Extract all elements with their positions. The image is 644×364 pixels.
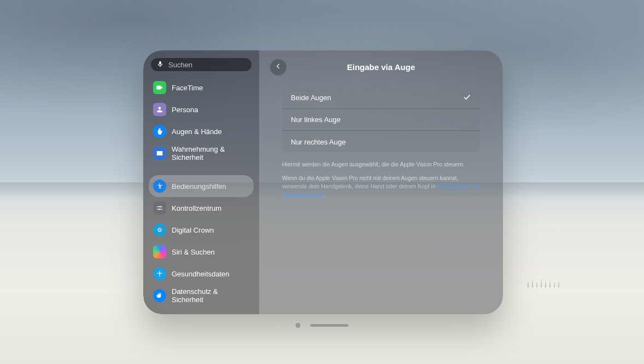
home-grabber[interactable]	[311, 324, 349, 327]
chevron-left-icon	[274, 62, 282, 72]
sidebar-item-eyes-hands[interactable]: Augen & Hände	[149, 120, 254, 142]
sidebar-item-label: Siri & Suchen	[172, 248, 215, 256]
sidebar-item-label: Augen & Hände	[172, 128, 222, 136]
search-input[interactable]	[168, 61, 260, 69]
sidebar-item-label: Kontrollzentrum	[172, 204, 221, 212]
settings-window: FaceTime Persona Augen & Hände Wahrnehmu…	[143, 50, 503, 314]
home-indicator	[296, 323, 349, 328]
sliders-icon	[153, 201, 166, 215]
background-grass	[524, 265, 567, 287]
option-both-eyes[interactable]: Beide Augen	[282, 87, 480, 109]
sidebar-item-label: Datenschutz & Sicherheit	[172, 287, 249, 304]
sidebar-item-health-data[interactable]: Gesundheitsdaten	[149, 263, 254, 285]
option-label: Beide Augen	[291, 94, 331, 102]
svg-point-3	[159, 229, 160, 230]
hand-icon	[153, 289, 166, 302]
sidebar-item-facetime[interactable]: FaceTime	[149, 77, 254, 99]
sidebar-item-persona[interactable]: Persona	[149, 99, 254, 120]
footnote-2: Wenn du die Apple Vision Pro nicht mit d…	[282, 174, 480, 199]
footnote-1: Hiermit werden die Augen ausgewählt, die…	[282, 160, 480, 169]
accessibility-icon	[153, 180, 166, 193]
sidebar-item-digital-crown[interactable]: Digital Crown	[149, 219, 254, 241]
health-icon	[153, 267, 166, 280]
video-icon	[153, 81, 166, 94]
back-button[interactable]	[270, 59, 286, 76]
sidebar-item-accessibility[interactable]: Bedienungshilfen	[149, 175, 254, 197]
checkmark-icon	[462, 93, 471, 103]
option-label: Nur linkes Auge	[291, 115, 341, 124]
option-right-eye[interactable]: Nur rechtes Auge	[282, 131, 480, 153]
touch-icon	[153, 125, 166, 138]
svg-point-1	[159, 209, 160, 210]
sidebar-item-label: Persona	[172, 106, 198, 114]
sidebar-item-control-center[interactable]: Kontrollzentrum	[149, 197, 254, 219]
sidebar-item-label: Gesundheitsdaten	[172, 270, 230, 278]
sidebar-item-siri-search[interactable]: Siri & Suchen	[149, 241, 254, 263]
home-dot[interactable]	[296, 323, 301, 328]
sidebar-item-label: FaceTime	[172, 84, 203, 92]
sidebar-item-label: Wahrnehmung & Sicherheit	[172, 145, 249, 161]
person-icon	[153, 103, 166, 116]
sidebar-item-awareness[interactable]: Wahrnehmung & Sicherheit	[149, 142, 254, 164]
id-card-icon	[153, 147, 166, 160]
svg-point-0	[160, 206, 161, 207]
sidebar: FaceTime Persona Augen & Hände Wahrnehmu…	[143, 50, 259, 314]
search-field[interactable]	[151, 58, 251, 71]
content-pane: Eingabe via Auge Beide Augen Nur linkes …	[259, 50, 503, 314]
page-title: Eingabe via Auge	[272, 62, 490, 72]
siri-icon	[153, 245, 166, 258]
option-label: Nur rechtes Auge	[291, 138, 346, 146]
sidebar-item-label: Digital Crown	[172, 226, 214, 234]
sidebar-nav: FaceTime Persona Augen & Hände Wahrnehmu…	[148, 74, 255, 307]
eye-input-options: Beide Augen Nur linkes Auge Nur rechtes …	[282, 87, 480, 153]
sidebar-item-label: Bedienungshilfen	[172, 182, 226, 190]
microphone-icon	[156, 60, 168, 70]
footnote-2-text: Wenn du die Apple Vision Pro nicht mit d…	[282, 175, 458, 189]
crown-icon	[153, 223, 166, 236]
sidebar-item-privacy-security[interactable]: Datenschutz & Sicherheit	[149, 285, 254, 307]
option-left-eye[interactable]: Nur linkes Auge	[282, 109, 480, 131]
footnote-2-period: .	[324, 192, 325, 198]
